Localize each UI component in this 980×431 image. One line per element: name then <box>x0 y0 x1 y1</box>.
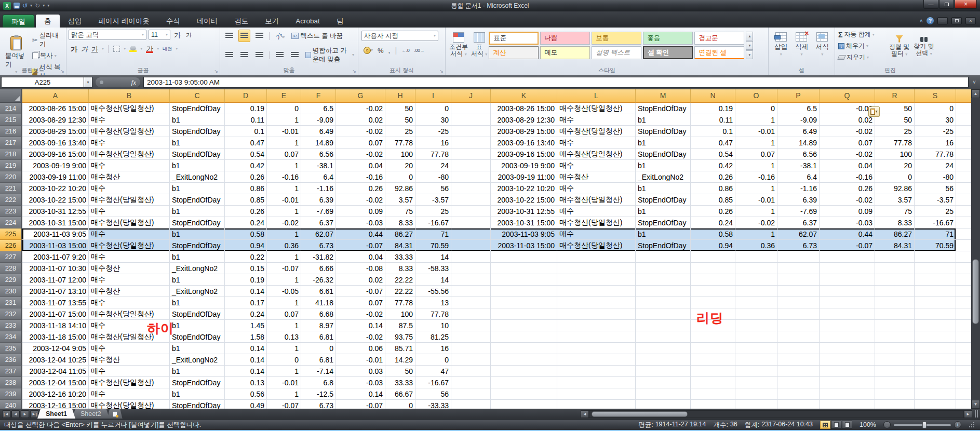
cell-style-표준[interactable]: 표준 <box>489 32 539 45</box>
cell-D226[interactable]: 0.94 <box>225 240 267 251</box>
cell-N239[interactable] <box>691 388 735 400</box>
cell-B238[interactable]: 매수청산(당일청산) <box>89 377 170 388</box>
cell-E231[interactable]: 1 <box>267 297 301 308</box>
row-header-222[interactable]: 222 <box>0 194 22 206</box>
cell-J227[interactable] <box>451 251 491 263</box>
cell-B228[interactable]: 매수청산 <box>89 263 170 274</box>
cell-C230[interactable]: _ExitLongNo2 <box>170 286 225 297</box>
cell-D218[interactable]: 0.54 <box>225 149 267 160</box>
cell-N222[interactable]: 0.85 <box>691 194 735 206</box>
cell-S227[interactable] <box>915 251 956 263</box>
row-header-240[interactable]: 240 <box>0 400 22 409</box>
cell-E215[interactable]: 1 <box>267 114 301 126</box>
cell-D217[interactable]: 0.47 <box>225 137 267 149</box>
cell-O215[interactable]: 1 <box>735 114 777 126</box>
scroll-down-icon[interactable]: ▼ <box>971 400 980 409</box>
cell-N224[interactable]: 0.24 <box>691 217 735 228</box>
cell-J221[interactable] <box>451 183 491 194</box>
cell-M225[interactable]: b1 <box>636 228 691 240</box>
cell-J225[interactable] <box>451 228 491 240</box>
cell-L217[interactable]: 매수 <box>557 137 636 149</box>
cell-M214[interactable]: StopEndOfDay <box>636 103 691 114</box>
cell-style-연결된 셀[interactable]: 연결된 셀 <box>694 46 744 59</box>
orientation-button[interactable]: 가▾ <box>274 30 287 42</box>
cell-S232[interactable] <box>915 308 956 320</box>
styles-scroll-down-icon[interactable]: ▼ <box>746 41 753 50</box>
italic-button[interactable]: 가 <box>81 46 88 52</box>
cell-H229[interactable]: 22.22 <box>385 274 415 286</box>
cell-L239[interactable] <box>557 388 636 400</box>
cell-P234[interactable] <box>777 331 820 343</box>
cell-E230[interactable]: -0.05 <box>267 286 301 297</box>
cell-F223[interactable]: -7.69 <box>301 206 336 217</box>
column-header-P[interactable]: P <box>777 89 820 103</box>
column-header-Q[interactable]: Q <box>820 89 875 103</box>
cell-N236[interactable] <box>691 354 735 366</box>
cell-P219[interactable]: -38.1 <box>777 160 820 171</box>
cell-M240[interactable] <box>636 400 691 409</box>
copy-button[interactable]: 복사▾ <box>31 51 64 61</box>
cell-M215[interactable]: b1 <box>636 114 691 126</box>
vertical-scroll-track[interactable] <box>971 98 980 400</box>
delete-cells-button[interactable]: 삭제▾ <box>792 31 811 58</box>
cell-B217[interactable]: 매수 <box>89 137 170 149</box>
cell-O217[interactable]: 1 <box>735 137 777 149</box>
cell-Q235[interactable] <box>820 343 875 354</box>
cell-J219[interactable] <box>451 160 491 171</box>
tab-Acrobat[interactable]: Acrobat <box>287 15 328 28</box>
cell-style-셀 확인[interactable]: 셀 확인 <box>643 46 693 59</box>
cell-P214[interactable]: 6.5 <box>777 103 820 114</box>
cell-C239[interactable]: b1 <box>170 388 225 400</box>
cell-E221[interactable]: 1 <box>267 183 301 194</box>
column-header-F[interactable]: F <box>301 89 336 103</box>
insert-cells-button[interactable]: 삽입▾ <box>771 31 790 58</box>
cell-beyond[interactable] <box>956 137 971 149</box>
cell-Q218[interactable]: -0.02 <box>820 149 875 160</box>
cell-R231[interactable] <box>875 297 915 308</box>
cell-C223[interactable]: b1 <box>170 206 225 217</box>
cell-Q215[interactable]: 0.02 <box>820 114 875 126</box>
row-header-226[interactable]: 226 <box>0 240 22 251</box>
cell-P224[interactable]: 6.37 <box>777 217 820 228</box>
cell-D228[interactable]: 0.15 <box>225 263 267 274</box>
cell-C218[interactable]: StopEndOfDay <box>170 149 225 160</box>
cell-F220[interactable]: 6.4 <box>301 171 336 183</box>
cell-G236[interactable]: -0.01 <box>336 354 385 366</box>
paste-options-button[interactable]: ▾ <box>868 106 880 117</box>
cell-Q230[interactable] <box>820 286 875 297</box>
cell-H239[interactable]: 66.67 <box>385 388 415 400</box>
cell-beyond[interactable] <box>956 160 971 171</box>
cell-G217[interactable]: 0.07 <box>336 137 385 149</box>
cell-S235[interactable] <box>915 343 956 354</box>
row-header-235[interactable]: 235 <box>0 343 22 354</box>
cell-P236[interactable] <box>777 354 820 366</box>
cell-beyond[interactable] <box>956 343 971 354</box>
workbook-minimize-button[interactable]: — <box>937 17 948 24</box>
cell-K222[interactable]: 2003-10-22 15:00 <box>491 194 557 206</box>
cell-N219[interactable]: 0.42 <box>691 160 735 171</box>
cell-A236[interactable]: 2003-12-04 10:25 <box>22 354 89 366</box>
cell-Q238[interactable] <box>820 377 875 388</box>
row-header-236[interactable]: 236 <box>0 354 22 366</box>
cell-K214[interactable]: 2003-08-26 15:00 <box>491 103 557 114</box>
cell-I225[interactable]: 71 <box>415 228 451 240</box>
column-header-N[interactable]: N <box>691 89 735 103</box>
cell-R223[interactable]: 75 <box>875 206 915 217</box>
cell-J214[interactable] <box>451 103 491 114</box>
cell-K224[interactable]: 2003-10-31 15:00 <box>491 217 557 228</box>
font-size-combobox[interactable]: 11▾ <box>149 30 170 40</box>
cell-S218[interactable]: 77.78 <box>915 149 956 160</box>
cell-beyond[interactable] <box>956 320 971 331</box>
cell-F230[interactable]: 6.61 <box>301 286 336 297</box>
resize-grip[interactable] <box>969 422 975 428</box>
cell-style-나쁨[interactable]: 나쁨 <box>540 32 590 45</box>
column-header-H[interactable]: H <box>385 89 415 103</box>
cell-K238[interactable] <box>491 377 557 388</box>
cell-beyond[interactable] <box>956 114 971 126</box>
cell-E219[interactable]: 1 <box>267 160 301 171</box>
cell-C221[interactable]: b1 <box>170 183 225 194</box>
align-right-button[interactable] <box>253 49 265 61</box>
cell-R224[interactable]: 8.33 <box>875 217 915 228</box>
cell-G224[interactable]: -0.03 <box>336 217 385 228</box>
cell-I237[interactable]: 47 <box>415 366 451 377</box>
